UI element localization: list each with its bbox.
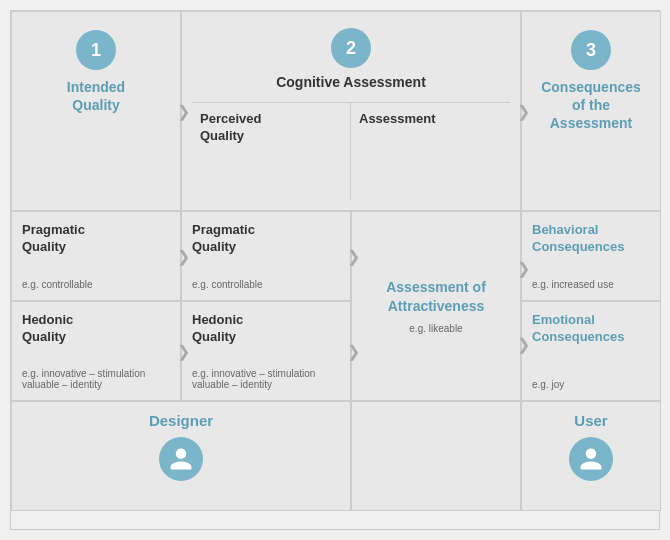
perceived-quality-cell: PerceivedQuality (192, 103, 351, 200)
assessment-cell: Assessment (351, 103, 510, 200)
consequences-cell: 3 Consequencesof theAssessment (521, 11, 661, 211)
hedonic-mid-example: e.g. innovative – stimulationvaluable – … (192, 368, 340, 390)
attractiveness-label: Assessment ofAttractiveness (386, 278, 486, 314)
person-icon-user (578, 446, 604, 472)
arrow-1-right: ❯ (177, 102, 190, 121)
arrow-2-right: ❯ (517, 102, 530, 121)
hedonic-quality-mid-cell: HedonicQuality e.g. innovative – stimula… (181, 301, 351, 401)
cognitive-header: Cognitive Assessment (192, 74, 510, 90)
intended-quality-label: IntendedQuality (67, 78, 125, 114)
emotional-label: EmotionalConsequences (532, 312, 650, 346)
ux-diagram: 1 IntendedQuality ❯ 2 Cognitive Assessme… (10, 10, 660, 530)
designer-avatar (159, 437, 203, 481)
pragmatic-quality-mid-cell: PragmaticQuality e.g. controllable ❯ (181, 211, 351, 301)
person-icon-designer (168, 446, 194, 472)
arrow-hedonic-right: ❯ (177, 342, 190, 361)
designer-cell: Designer (11, 401, 351, 511)
emotional-consequences-cell: EmotionalConsequences e.g. joy (521, 301, 661, 401)
arrow-attract-top-right: ❯ (517, 259, 530, 278)
circle-2: 2 (331, 28, 371, 68)
pragmatic-mid-example: e.g. controllable (192, 279, 340, 290)
user-avatar (569, 437, 613, 481)
attractiveness-example: e.g. likeable (409, 323, 462, 334)
arrow-attract-bot-right: ❯ (517, 334, 530, 353)
hedonic-mid-label: HedonicQuality (192, 312, 340, 346)
hedonic-left-example: e.g. innovative – stimulationvaluable – … (22, 368, 170, 390)
user-label: User (574, 412, 607, 429)
circle-1: 1 (76, 30, 116, 70)
behavioral-example: e.g. increased use (532, 279, 650, 290)
arrow-pragmatic-mid-right: ❯ (347, 247, 360, 266)
intended-quality-cell: 1 IntendedQuality ❯ (11, 11, 181, 211)
pragmatic-left-label: PragmaticQuality (22, 222, 170, 256)
empty-bottom-cell (351, 401, 521, 511)
cognitive-assessment-cell: 2 Cognitive Assessment PerceivedQuality … (181, 11, 521, 211)
circle-3: 3 (571, 30, 611, 70)
pragmatic-mid-label: PragmaticQuality (192, 222, 340, 256)
hedonic-left-label: HedonicQuality (22, 312, 170, 346)
perceived-quality-label: PerceivedQuality (200, 111, 342, 145)
behavioral-label: BehavioralConsequences (532, 222, 650, 256)
attractiveness-cell: Assessment ofAttractiveness e.g. likeabl… (351, 211, 521, 401)
designer-label: Designer (149, 412, 213, 429)
consequences-label: Consequencesof theAssessment (541, 78, 641, 133)
hedonic-quality-left-cell: HedonicQuality e.g. innovative – stimula… (11, 301, 181, 401)
user-cell: User (521, 401, 661, 511)
pragmatic-left-example: e.g. controllable (22, 279, 170, 290)
pragmatic-quality-left-cell: PragmaticQuality e.g. controllable ❯ (11, 211, 181, 301)
assessment-label: Assessment (359, 111, 502, 128)
behavioral-consequences-cell: BehavioralConsequences e.g. increased us… (521, 211, 661, 301)
arrow-pragmatic-right: ❯ (177, 247, 190, 266)
emotional-example: e.g. joy (532, 379, 650, 390)
arrow-hedonic-mid-right: ❯ (347, 342, 360, 361)
